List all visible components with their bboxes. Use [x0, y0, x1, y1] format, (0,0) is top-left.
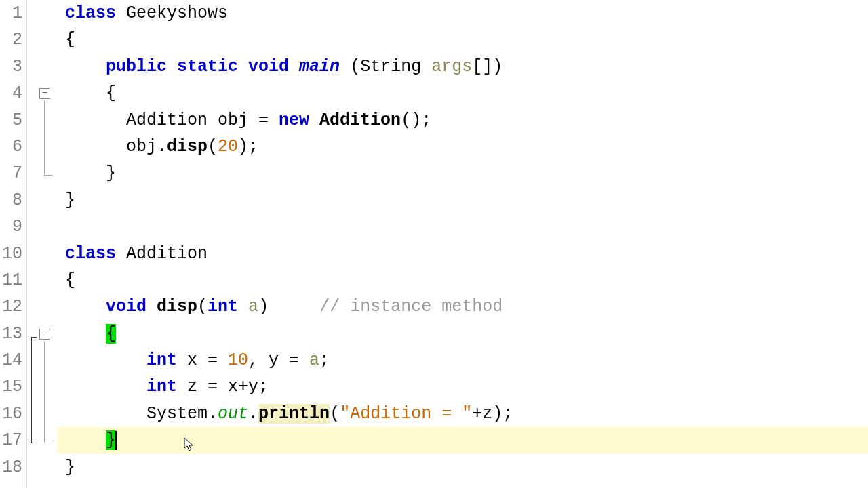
code-line: class Addition [57, 241, 868, 267]
code-line: System.out.println("Addition = "+z); [57, 401, 868, 427]
code-line: int x = 10, y = a; [57, 347, 868, 373]
fold-toggle-icon[interactable]: − [39, 88, 50, 99]
line-number: 6 [0, 134, 26, 160]
line-number: 10 [0, 241, 26, 267]
code-line: public static void main (String args[]) [57, 54, 868, 80]
code-line: } [57, 454, 868, 481]
code-line: { [57, 267, 868, 293]
line-number-gutter: 123456789101112131415161718 [0, 0, 27, 488]
code-editor[interactable]: 123456789101112131415161718 − − class Ge… [0, 0, 868, 488]
code-line: { [57, 80, 868, 106]
code-line: void disp(int a) // instance method [57, 293, 868, 320]
code-line: int z = x+y; [57, 373, 868, 400]
code-line: Addition obj = new Addition(); [57, 107, 868, 134]
code-line: class Geekyshows [57, 0, 868, 26]
line-number: 15 [0, 373, 26, 400]
line-number: 16 [0, 401, 26, 427]
fold-toggle-icon[interactable]: − [39, 329, 50, 340]
code-line: { [57, 26, 868, 53]
line-number: 17 [0, 427, 26, 453]
fold-column: − − [27, 0, 57, 488]
line-number: 7 [0, 160, 26, 186]
code-line: } [57, 187, 868, 214]
line-number: 5 [0, 107, 26, 134]
code-line: } [57, 160, 868, 186]
code-line: { [57, 321, 868, 347]
line-number: 14 [0, 347, 26, 373]
line-number: 4 [0, 80, 26, 106]
line-number: 3 [0, 54, 26, 80]
line-number: 8 [0, 187, 26, 214]
code-area[interactable]: class Geekyshows { public static void ma… [57, 0, 868, 488]
line-number: 2 [0, 26, 26, 53]
line-number: 12 [0, 293, 26, 320]
line-number: 11 [0, 267, 26, 293]
line-number: 1 [0, 0, 26, 26]
code-line: obj.disp(20); [57, 134, 868, 160]
text-cursor [115, 431, 117, 450]
line-number: 13 [0, 321, 26, 347]
code-line [57, 214, 868, 240]
code-line-current: } [57, 427, 868, 453]
line-number: 9 [0, 214, 26, 240]
line-number: 18 [0, 454, 26, 481]
